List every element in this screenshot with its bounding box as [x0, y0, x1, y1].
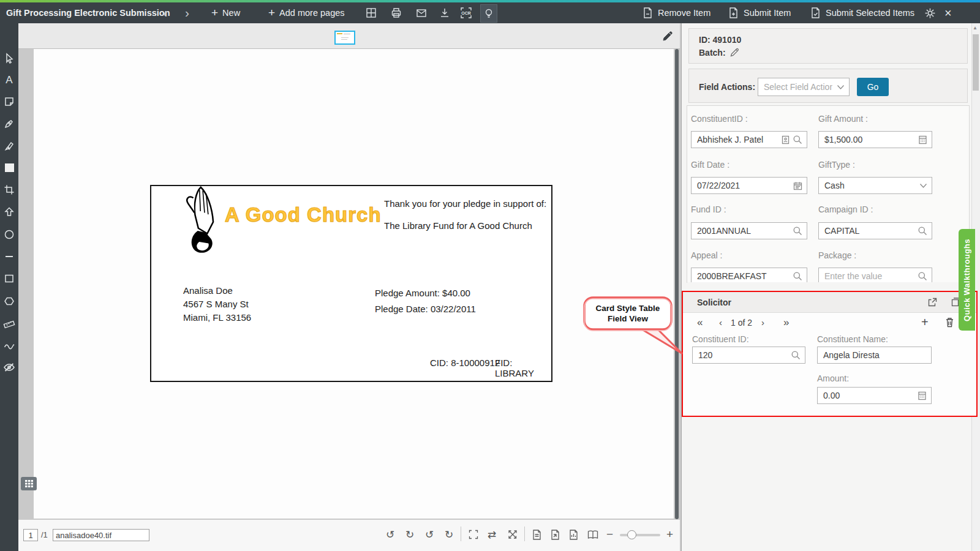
scrollbar-up-arrow[interactable]: ▲	[973, 25, 978, 31]
open-table-view-button[interactable]	[927, 297, 938, 307]
filename-input[interactable]	[53, 529, 149, 541]
line-tool[interactable]	[3, 250, 15, 263]
search-icon[interactable]	[791, 350, 801, 360]
page-thumbnail[interactable]	[334, 31, 355, 45]
zoom-out-button[interactable]: −	[606, 528, 613, 541]
appeal-value[interactable]	[696, 271, 790, 282]
solicitor-amount-value[interactable]	[822, 390, 914, 401]
search-icon[interactable]	[793, 271, 802, 281]
gift-amount-value[interactable]	[823, 134, 915, 145]
doc-export-button[interactable]	[550, 528, 560, 541]
quick-walkthroughs-tab[interactable]: Quick Walkthroughs	[959, 229, 975, 331]
auto-detect-button[interactable]	[480, 4, 497, 23]
filled-rectangle-tool[interactable]	[3, 162, 15, 174]
email-button[interactable]	[415, 2, 428, 23]
close-button[interactable]: ×	[944, 2, 952, 23]
search-icon[interactable]	[793, 135, 802, 144]
delete-row-button[interactable]	[945, 317, 954, 328]
gift-date-field[interactable]	[691, 177, 807, 194]
first-page-button[interactable]: «	[697, 317, 703, 329]
page-number-input[interactable]	[23, 529, 38, 541]
rotate-page-ccw-button[interactable]: ↺	[425, 528, 434, 541]
highlighter-tool[interactable]	[3, 140, 15, 152]
fit-to-window-button[interactable]	[468, 528, 479, 541]
fund-id-value[interactable]	[696, 225, 790, 236]
new-button[interactable]: + New	[211, 2, 240, 23]
go-button[interactable]: Go	[857, 78, 889, 96]
grid-view-button[interactable]	[365, 2, 377, 23]
solicitor-constituent-name-field[interactable]	[817, 347, 932, 364]
add-row-button[interactable]: +	[921, 315, 929, 329]
book-view-button[interactable]	[587, 528, 599, 541]
settings-button[interactable]	[924, 2, 937, 23]
gift-type-select[interactable]	[818, 177, 932, 194]
last-page-button[interactable]: »	[783, 317, 789, 329]
campaign-id-value[interactable]	[823, 225, 914, 236]
constituent-id-value[interactable]	[696, 134, 778, 145]
download-button[interactable]	[439, 2, 451, 23]
stamp-arrow-tool[interactable]	[3, 206, 15, 218]
viewer-scrollbar-thumb[interactable]	[675, 49, 679, 519]
solicitor-constituent-id-value[interactable]	[697, 350, 788, 361]
select-tool[interactable]	[3, 52, 15, 64]
calculator-icon[interactable]	[918, 391, 927, 400]
prev-page-button[interactable]: ‹	[719, 317, 722, 328]
next-item-button[interactable]: ›	[185, 2, 189, 23]
calendar-icon[interactable]	[793, 181, 802, 190]
campaign-id-field[interactable]	[818, 222, 932, 239]
redo-rotate-button[interactable]: ↻	[405, 528, 414, 541]
rotate-page-cw-button[interactable]: ↻	[445, 528, 453, 541]
minus-icon: −	[606, 528, 613, 541]
edit-batch-button[interactable]	[729, 47, 740, 58]
pagination-text: 1 of 2	[731, 318, 752, 328]
next-page-button[interactable]: ›	[761, 317, 764, 328]
text-tool[interactable]: A	[3, 74, 15, 86]
pen-icon	[4, 118, 15, 129]
split-merge-button[interactable]	[507, 528, 518, 541]
field-actions-select[interactable]	[758, 78, 850, 96]
swap-view-button[interactable]: ⇄	[488, 528, 496, 541]
solicitor-constituent-name-value[interactable]	[822, 350, 927, 361]
remove-item-button[interactable]: Remove Item	[642, 2, 710, 23]
zoom-slider-track[interactable]	[620, 534, 660, 536]
submit-selected-items-button[interactable]: Submit Selected Items	[810, 2, 914, 23]
split-arrows-icon	[507, 529, 518, 540]
search-icon[interactable]	[918, 226, 927, 236]
print-button[interactable]	[390, 2, 402, 23]
doc-summary-button[interactable]	[532, 528, 542, 541]
ocr-button[interactable]: OCR	[459, 2, 473, 23]
crop-tool[interactable]	[3, 184, 15, 196]
pen-tool[interactable]	[3, 118, 15, 130]
zoom-slider-knob[interactable]	[627, 530, 636, 539]
gift-type-value[interactable]	[823, 180, 916, 191]
constituent-id-field[interactable]	[691, 131, 807, 148]
address-line1: 4567 S Many St	[183, 299, 249, 309]
gift-date-value[interactable]	[696, 180, 790, 191]
prev-item-button[interactable]: ‹	[163, 2, 167, 23]
measure-tool[interactable]	[3, 317, 15, 329]
fund-id-field[interactable]	[691, 222, 807, 239]
search-icon[interactable]	[918, 271, 927, 281]
solicitor-amount-field[interactable]	[817, 387, 932, 404]
note-tool[interactable]	[3, 96, 15, 108]
ellipse-tool[interactable]	[3, 228, 15, 241]
highlighter-icon	[4, 140, 15, 151]
undo-rotate-button[interactable]: ↺	[386, 528, 394, 541]
hide-annotations-tool[interactable]	[3, 361, 15, 373]
search-icon[interactable]	[793, 226, 802, 236]
gift-amount-field[interactable]	[818, 131, 932, 148]
doc-report-button[interactable]	[568, 528, 579, 541]
solicitor-constituent-id-field[interactable]	[692, 347, 805, 364]
thumbnail-grid-toggle-button[interactable]	[21, 477, 37, 490]
submit-item-button[interactable]: Submit Item	[728, 2, 791, 23]
edit-annotations-button[interactable]	[662, 31, 673, 42]
zoom-in-button[interactable]: +	[666, 528, 673, 541]
freehand-tool[interactable]	[3, 339, 15, 351]
panel-scrollbar-thumb[interactable]	[973, 34, 979, 91]
add-more-pages-button[interactable]: + Add more pages	[268, 2, 345, 23]
calculator-icon[interactable]	[918, 135, 927, 144]
polygon-tool[interactable]	[3, 295, 15, 307]
close-icon: ×	[944, 6, 952, 20]
package-value[interactable]	[823, 271, 914, 282]
rectangle-tool[interactable]	[3, 272, 15, 285]
